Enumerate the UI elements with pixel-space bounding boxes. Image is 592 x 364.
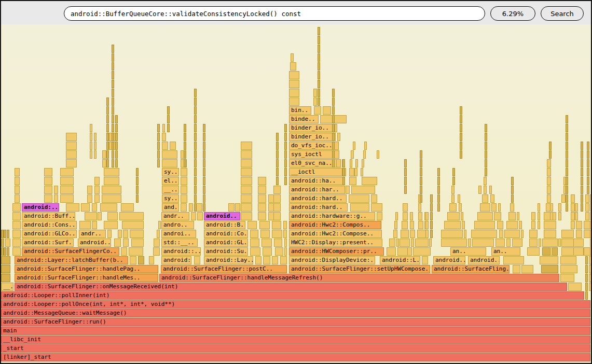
frame-bar[interactable] bbox=[364, 142, 367, 150]
frame-bar[interactable] bbox=[106, 124, 109, 132]
frame-bar[interactable] bbox=[194, 106, 197, 115]
frame-bar[interactable] bbox=[284, 177, 287, 185]
frame-bar[interactable] bbox=[94, 186, 100, 194]
frame-sy[interactable]: sy.. bbox=[162, 168, 179, 176]
frame-bar[interactable] bbox=[1, 256, 10, 264]
frame-android-surfaceflinger-handlepag[interactable]: android::SurfaceFlinger::handlePag.. bbox=[15, 265, 158, 273]
frame-bar[interactable] bbox=[112, 106, 114, 115]
frame-bar[interactable] bbox=[585, 274, 588, 282]
frame-bar[interactable] bbox=[342, 168, 345, 176]
frame-bar[interactable] bbox=[136, 177, 139, 185]
frame-bar[interactable] bbox=[441, 239, 467, 247]
frame-bar[interactable] bbox=[430, 221, 433, 229]
frame-bar[interactable] bbox=[12, 239, 21, 247]
frame-bar[interactable] bbox=[571, 221, 575, 229]
frame-bar[interactable] bbox=[585, 283, 588, 291]
frame-bar[interactable] bbox=[157, 124, 160, 132]
frame-bar[interactable] bbox=[250, 247, 260, 256]
frame-bar[interactable] bbox=[194, 142, 197, 150]
frame-bar[interactable] bbox=[342, 159, 345, 167]
frame-bar[interactable] bbox=[332, 106, 335, 115]
frame-bar[interactable] bbox=[181, 168, 187, 176]
frame-bar[interactable] bbox=[472, 239, 494, 247]
frame-bar[interactable] bbox=[497, 221, 503, 229]
frame-bar[interactable] bbox=[539, 239, 541, 247]
frame-bar[interactable] bbox=[332, 159, 335, 167]
frame-bar[interactable] bbox=[241, 194, 252, 203]
frame-bar[interactable] bbox=[503, 256, 524, 264]
frame-bar[interactable] bbox=[284, 133, 287, 141]
frame-bar[interactable] bbox=[589, 265, 591, 273]
frame-bar[interactable] bbox=[544, 230, 556, 238]
frame-bar[interactable] bbox=[273, 186, 281, 194]
frame-bar[interactable] bbox=[250, 230, 258, 238]
frame-bar[interactable] bbox=[112, 62, 114, 71]
frame-bar[interactable] bbox=[284, 168, 287, 176]
frame-bar[interactable] bbox=[44, 186, 52, 194]
frame-android-surfacefling[interactable]: android::SurfaceFling.. bbox=[432, 265, 510, 273]
frame-bar[interactable] bbox=[413, 247, 431, 256]
frame-bar[interactable] bbox=[425, 230, 429, 238]
frame-bar[interactable] bbox=[102, 194, 121, 203]
frame-binde[interactable]: binde.. bbox=[289, 115, 319, 123]
frame-bar[interactable] bbox=[203, 142, 205, 150]
frame-bar[interactable] bbox=[194, 256, 200, 264]
frame-android-hard[interactable]: android::hard.. bbox=[289, 194, 347, 203]
frame-android[interactable]: android.. bbox=[204, 212, 240, 220]
frame-andr[interactable]: andr.. bbox=[79, 230, 106, 238]
frame-bar[interactable] bbox=[371, 194, 377, 203]
frame-bar[interactable] bbox=[349, 177, 356, 185]
frame-bar[interactable] bbox=[194, 194, 197, 203]
frame-ioctl[interactable]: __ioctl bbox=[289, 168, 342, 176]
frame-bar[interactable] bbox=[138, 256, 144, 264]
frame-bar[interactable] bbox=[235, 203, 240, 212]
frame-bar[interactable] bbox=[573, 247, 584, 256]
frame-bar[interactable] bbox=[460, 124, 462, 132]
frame-bar[interactable] bbox=[558, 203, 561, 212]
frame-bar[interactable] bbox=[590, 247, 591, 256]
frame-bar[interactable] bbox=[468, 239, 471, 247]
frame-android-displaydevice[interactable]: android::DisplayDevice:.. bbox=[289, 256, 375, 264]
frame-bar[interactable] bbox=[104, 221, 118, 229]
frame-android-su[interactable]: android::Su.. bbox=[204, 247, 248, 256]
frame-bar[interactable] bbox=[587, 142, 589, 150]
frame-bar[interactable] bbox=[542, 239, 558, 247]
frame-bar[interactable] bbox=[157, 142, 160, 150]
frame-bar[interactable] bbox=[498, 203, 501, 212]
frame-bar[interactable] bbox=[44, 168, 52, 176]
frame-bar[interactable] bbox=[581, 177, 583, 185]
frame-bar[interactable] bbox=[119, 212, 144, 220]
frame-bar[interactable] bbox=[581, 194, 583, 203]
frame-bar[interactable] bbox=[521, 230, 524, 238]
frame-bar[interactable] bbox=[275, 247, 283, 256]
frame-bar[interactable] bbox=[284, 159, 287, 167]
frame-bar[interactable] bbox=[203, 177, 205, 185]
frame-bar[interactable] bbox=[529, 230, 538, 238]
frame-bar[interactable] bbox=[12, 230, 21, 238]
frame-bar[interactable] bbox=[349, 168, 354, 176]
frame-bar[interactable] bbox=[112, 71, 114, 79]
frame-bar[interactable] bbox=[284, 239, 287, 247]
frame-bar[interactable] bbox=[418, 212, 422, 220]
frame-bar[interactable] bbox=[94, 133, 97, 141]
frame-an[interactable]: an.. bbox=[491, 247, 520, 256]
frame-bar[interactable] bbox=[415, 239, 429, 247]
frame-bar[interactable] bbox=[332, 89, 335, 97]
frame-bar[interactable] bbox=[149, 256, 154, 264]
frame-android-hard[interactable]: android::hard.. bbox=[289, 203, 348, 212]
frame-bar[interactable] bbox=[573, 239, 584, 247]
frame-android-looper-pollinner-int[interactable]: android::Looper::pollInner(int) bbox=[1, 291, 584, 300]
frame-bar[interactable] bbox=[203, 133, 205, 141]
frame-bar[interactable] bbox=[461, 212, 463, 220]
frame-bar[interactable] bbox=[228, 203, 235, 212]
frame-bar[interactable] bbox=[499, 230, 503, 238]
frame-bar[interactable] bbox=[506, 239, 511, 247]
frame-bar[interactable] bbox=[485, 133, 487, 141]
frame-bar[interactable] bbox=[241, 142, 252, 150]
frame-bar[interactable] bbox=[437, 168, 440, 176]
frame-bar[interactable] bbox=[112, 97, 114, 106]
frame-bar[interactable] bbox=[350, 203, 369, 212]
frame-bar[interactable] bbox=[289, 80, 299, 88]
frame-bar[interactable] bbox=[566, 168, 568, 176]
frame-bar[interactable] bbox=[123, 230, 128, 238]
